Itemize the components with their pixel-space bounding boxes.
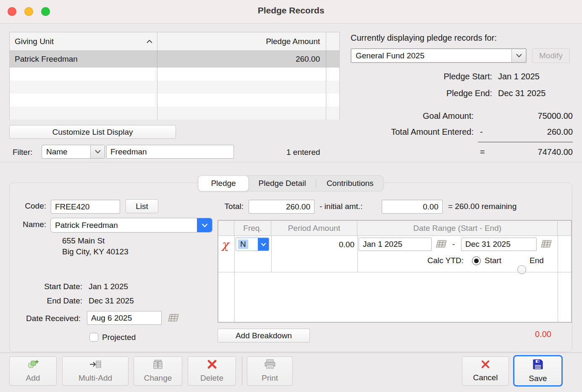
save-label: Save bbox=[529, 374, 547, 383]
start-date-value: Jan 1 2025 bbox=[89, 282, 128, 291]
initial-amt-label: - initial amt.: bbox=[320, 202, 362, 211]
total-entered-value: 260.00 bbox=[483, 127, 573, 137]
sort-ascending-icon bbox=[146, 39, 153, 44]
calc-ytd-end-radio[interactable] bbox=[517, 265, 526, 274]
list-empty-row[interactable] bbox=[10, 107, 339, 120]
list-empty-row[interactable] bbox=[10, 68, 339, 81]
start-date-label: Start Date: bbox=[17, 282, 82, 291]
column-divider bbox=[357, 236, 358, 272]
range-end-calendar-icon[interactable] bbox=[540, 239, 553, 251]
total-input[interactable] bbox=[249, 200, 315, 214]
calc-ytd-end-label: End bbox=[530, 256, 544, 265]
remaining-amount-text: = 260.00 remaining bbox=[448, 202, 516, 211]
pledge-start-label: Pledge Start: bbox=[378, 72, 492, 81]
pledge-amount-column-header[interactable]: Pledge Amount bbox=[157, 32, 326, 50]
tab-contributions-label: Contributions bbox=[327, 179, 374, 188]
filter-label: Filter: bbox=[13, 148, 33, 157]
name-label: Name: bbox=[13, 220, 46, 229]
chevron-down-icon[interactable] bbox=[90, 145, 105, 158]
name-dropdown[interactable]: Patrick Freedman bbox=[50, 218, 212, 233]
code-label: Code: bbox=[13, 201, 46, 211]
range-start-calendar-icon[interactable] bbox=[435, 239, 448, 251]
date-received-calendar-icon[interactable] bbox=[167, 313, 180, 324]
list-header-row: Giving Unit Pledge Amount bbox=[10, 32, 339, 51]
change-label: Change bbox=[144, 374, 172, 383]
add-breakdown-label: Add Breakdown bbox=[236, 331, 292, 340]
period-amount-cell[interactable]: 0.00 bbox=[273, 240, 354, 249]
filter-value-input[interactable] bbox=[106, 145, 234, 159]
date-range-column-header: Date Range (Start - End) bbox=[357, 221, 558, 235]
tab-contributions[interactable]: Contributions bbox=[317, 176, 384, 191]
list-empty-row[interactable] bbox=[10, 94, 339, 107]
period-amount-header-label: Period Amount bbox=[288, 224, 341, 233]
print-button[interactable]: Print bbox=[247, 356, 293, 386]
fund-dropdown-value: General Fund 2025 bbox=[351, 49, 511, 62]
pledge-detail-section: Pledge Pledge Detail Contributions Code:… bbox=[0, 162, 582, 353]
customize-list-display-button[interactable]: Customize List Display bbox=[9, 125, 176, 139]
code-input[interactable] bbox=[51, 200, 120, 214]
goal-amount-value: 75000.00 bbox=[483, 111, 573, 121]
list-row-selected[interactable]: Patrick Freedman 260.00 bbox=[10, 51, 339, 68]
multi-add-icon bbox=[89, 359, 102, 371]
breakdown-header-row: Freq. Period Amount Date Range (Start - … bbox=[218, 221, 571, 236]
window-title: Pledge Records bbox=[0, 5, 582, 16]
column-divider bbox=[234, 236, 235, 322]
add-label: Add bbox=[26, 374, 40, 383]
cancel-label: Cancel bbox=[473, 373, 498, 382]
freq-selected-text: N bbox=[238, 240, 248, 249]
giving-unit-column-header[interactable]: Giving Unit bbox=[10, 32, 157, 50]
freq-header-label: Freq. bbox=[243, 224, 262, 233]
filter-field-dropdown[interactable]: Name bbox=[42, 145, 105, 159]
projected-checkbox[interactable] bbox=[89, 333, 98, 342]
multi-add-button[interactable]: Multi-Add bbox=[62, 356, 128, 386]
modify-fund-button[interactable]: Modify bbox=[532, 48, 570, 63]
calc-ytd-label: Calc YTD: bbox=[395, 256, 464, 265]
delete-row-icon[interactable]: χ bbox=[222, 239, 228, 250]
list-scrollbar-header bbox=[326, 32, 339, 50]
pledge-end-value: Dec 31 2025 bbox=[498, 89, 545, 98]
modify-fund-label: Modify bbox=[539, 51, 563, 60]
toolbar-separator bbox=[242, 356, 242, 386]
cancel-x-icon bbox=[481, 360, 490, 371]
bottom-toolbar: Add Multi-Add Change Delete Print Cancel bbox=[0, 353, 582, 392]
fund-dropdown[interactable]: General Fund 2025 bbox=[351, 48, 527, 63]
chevron-down-icon[interactable] bbox=[197, 218, 212, 232]
save-button[interactable]: Save bbox=[513, 355, 563, 387]
range-start-date-input[interactable] bbox=[359, 238, 432, 251]
range-end-date-input[interactable] bbox=[461, 238, 537, 251]
date-received-input[interactable] bbox=[87, 311, 162, 325]
name-dropdown-value: Patrick Freedman bbox=[51, 218, 197, 232]
add-button[interactable]: Add bbox=[9, 356, 57, 386]
breakdown-scrollbar-header bbox=[558, 221, 571, 235]
calc-ytd-start-radio[interactable] bbox=[472, 256, 481, 265]
pledge-amount-header-label: Pledge Amount bbox=[266, 37, 320, 46]
tab-pledge-detail-label: Pledge Detail bbox=[259, 179, 306, 188]
list-empty-row[interactable] bbox=[10, 81, 339, 94]
list-scrollbar-track[interactable] bbox=[326, 51, 339, 68]
add-icon bbox=[27, 359, 39, 371]
breakdown-row-action-header bbox=[218, 221, 234, 235]
cancel-button[interactable]: Cancel bbox=[462, 356, 509, 386]
radio-dot bbox=[474, 259, 479, 263]
date-range-header-label: Date Range (Start - End) bbox=[413, 224, 501, 233]
tab-pledge[interactable]: Pledge bbox=[198, 175, 249, 191]
initial-amt-input[interactable] bbox=[382, 200, 443, 214]
change-icon bbox=[152, 359, 163, 371]
subtotal-rule bbox=[478, 142, 573, 142]
column-divider bbox=[558, 236, 558, 322]
add-breakdown-button[interactable]: Add Breakdown bbox=[218, 329, 310, 342]
giving-unit-list: Giving Unit Pledge Amount Patrick Freedm… bbox=[9, 32, 340, 120]
code-list-button[interactable]: List bbox=[126, 199, 158, 213]
end-date-value: Dec 31 2025 bbox=[89, 296, 134, 306]
change-button[interactable]: Change bbox=[134, 356, 182, 386]
tab-pledge-detail[interactable]: Pledge Detail bbox=[249, 176, 316, 191]
chevron-down-icon[interactable] bbox=[511, 49, 526, 62]
range-dash: - bbox=[452, 240, 455, 249]
chevron-down-icon[interactable] bbox=[258, 238, 269, 251]
breakdown-table: Freq. Period Amount Date Range (Start - … bbox=[218, 220, 572, 323]
calc-ytd-start-label: Start bbox=[485, 256, 501, 265]
address-line1: 655 Main St bbox=[62, 236, 105, 246]
freq-dropdown[interactable]: N bbox=[236, 238, 269, 251]
print-icon bbox=[264, 359, 276, 371]
delete-button[interactable]: Delete bbox=[188, 356, 236, 386]
